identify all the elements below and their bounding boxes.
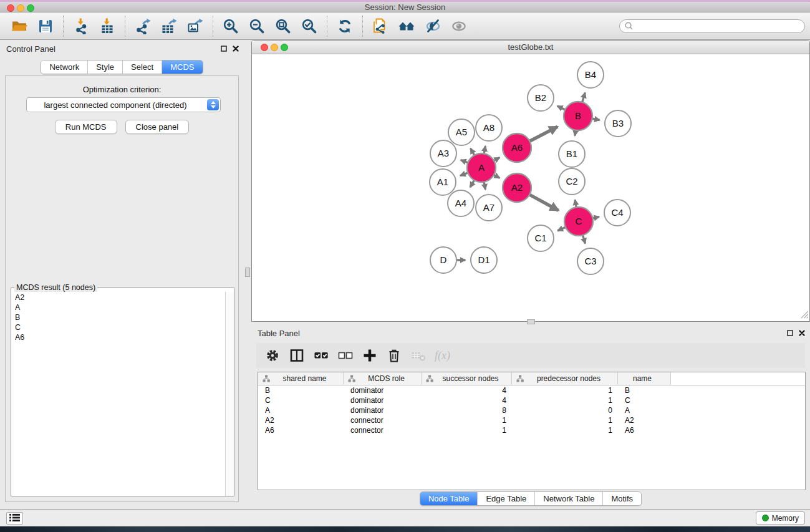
node-A8[interactable]: A8 bbox=[476, 115, 502, 141]
tab-motifs[interactable]: Motifs bbox=[602, 492, 641, 505]
node-A6[interactable]: A6 bbox=[503, 133, 531, 162]
column-header-MCDS-role[interactable]: MCDS role bbox=[344, 372, 422, 385]
cell-predecessor-nodes[interactable]: 1 bbox=[512, 385, 618, 395]
cell-successor-nodes[interactable]: 4 bbox=[422, 385, 512, 395]
node-C1[interactable]: C1 bbox=[528, 225, 554, 251]
cell-predecessor-nodes[interactable]: 1 bbox=[512, 425, 618, 435]
cell-MCDS-role[interactable]: connector bbox=[344, 425, 422, 435]
cell-name[interactable]: A2 bbox=[618, 415, 671, 425]
table-row[interactable]: Bdominator41B bbox=[258, 385, 805, 395]
tab-select[interactable]: Select bbox=[122, 60, 162, 74]
node-B[interactable]: B bbox=[564, 102, 592, 130]
column-header-successor-nodes[interactable]: successor nodes bbox=[422, 372, 512, 385]
import-table-button[interactable] bbox=[94, 14, 120, 38]
mcds-result-item[interactable]: A6 bbox=[15, 332, 234, 342]
search-input[interactable] bbox=[634, 21, 804, 32]
cell-MCDS-role[interactable]: dominator bbox=[344, 395, 422, 405]
network-canvas[interactable]: B4 B2 B B3 A8 A5 A6 A3 B1 A A1 C2 A2 bbox=[252, 54, 809, 321]
table-row[interactable]: A6connector11A6 bbox=[258, 425, 805, 435]
node-C3[interactable]: C3 bbox=[577, 248, 604, 274]
cell-MCDS-role[interactable]: dominator bbox=[344, 405, 422, 415]
add-column-button[interactable] bbox=[357, 344, 382, 367]
tab-mcds[interactable]: MCDS bbox=[162, 60, 202, 74]
table-row[interactable]: A2connector11A2 bbox=[258, 415, 805, 425]
close-panel-button[interactable]: Close panel bbox=[125, 120, 190, 134]
cell-predecessor-nodes[interactable]: 0 bbox=[512, 405, 618, 415]
deselect-all-rows-button[interactable] bbox=[333, 344, 357, 367]
tab-network-table[interactable]: Network Table bbox=[534, 492, 602, 505]
mcds-result-item[interactable]: A2 bbox=[15, 293, 234, 302]
tab-style[interactable]: Style bbox=[87, 60, 122, 74]
run-mcds-button[interactable]: Run MCDS bbox=[55, 120, 117, 134]
cell-shared-name[interactable]: A6 bbox=[258, 425, 344, 435]
export-image-button[interactable] bbox=[182, 14, 208, 38]
node-D[interactable]: D bbox=[430, 247, 456, 273]
cell-name[interactable]: A bbox=[618, 405, 671, 415]
column-header-shared-name[interactable]: shared name bbox=[258, 372, 344, 385]
cell-predecessor-nodes[interactable]: 1 bbox=[512, 415, 618, 425]
import-network-button[interactable] bbox=[68, 14, 94, 38]
delete-column-button[interactable] bbox=[382, 344, 406, 367]
node-A7[interactable]: A7 bbox=[476, 195, 502, 221]
column-header-name[interactable]: name bbox=[618, 372, 671, 385]
mcds-result-scrollbar[interactable] bbox=[225, 292, 234, 496]
cell-name[interactable]: B bbox=[618, 385, 671, 395]
node-B2[interactable]: B2 bbox=[528, 85, 554, 111]
node-A[interactable]: A bbox=[467, 153, 496, 182]
node-D1[interactable]: D1 bbox=[471, 247, 497, 273]
hide-labels-button[interactable] bbox=[420, 14, 446, 38]
optimization-criterion-select[interactable]: largest connected component (directed) bbox=[26, 97, 221, 112]
toggle-columns-button[interactable] bbox=[284, 344, 309, 367]
memory-button[interactable]: Memory bbox=[756, 511, 805, 525]
mcds-result-item[interactable]: C bbox=[15, 322, 234, 332]
node-A3[interactable]: A3 bbox=[430, 140, 456, 167]
float-panel-icon[interactable] bbox=[787, 329, 793, 338]
zoom-selected-button[interactable] bbox=[296, 14, 322, 38]
cell-successor-nodes[interactable]: 8 bbox=[422, 405, 512, 415]
node-A5[interactable]: A5 bbox=[448, 119, 475, 145]
zoom-out-button[interactable] bbox=[244, 14, 270, 38]
cell-shared-name[interactable]: C bbox=[258, 395, 344, 405]
node-A2[interactable]: A2 bbox=[503, 173, 531, 202]
tab-edge-table[interactable]: Edge Table bbox=[477, 492, 534, 505]
cell-predecessor-nodes[interactable]: 1 bbox=[512, 395, 618, 405]
table-row[interactable]: Cdominator41C bbox=[258, 395, 805, 405]
cell-successor-nodes[interactable]: 1 bbox=[422, 425, 512, 435]
column-header-predecessor-nodes[interactable]: predecessor nodes bbox=[512, 372, 618, 385]
show-details-button[interactable] bbox=[446, 14, 472, 38]
refresh-button[interactable] bbox=[332, 14, 358, 38]
tab-network[interactable]: Network bbox=[41, 60, 87, 74]
float-panel-icon[interactable] bbox=[221, 44, 227, 54]
cell-name[interactable]: C bbox=[618, 395, 671, 405]
cell-name[interactable]: A6 bbox=[618, 425, 671, 435]
select-all-rows-button[interactable] bbox=[309, 344, 333, 367]
tab-node-table[interactable]: Node Table bbox=[420, 492, 478, 505]
close-panel-icon[interactable] bbox=[233, 44, 239, 54]
horizontal-splitter-handle[interactable] bbox=[527, 319, 535, 324]
zoom-in-button[interactable] bbox=[218, 14, 244, 38]
node-B1[interactable]: B1 bbox=[559, 141, 585, 167]
mcds-result-item[interactable]: A bbox=[15, 302, 234, 312]
node-A4[interactable]: A4 bbox=[448, 190, 474, 216]
cell-shared-name[interactable]: A2 bbox=[258, 415, 344, 425]
node-B3[interactable]: B3 bbox=[605, 110, 631, 137]
zoom-fit-button[interactable] bbox=[270, 14, 296, 38]
mcds-result-item[interactable]: B bbox=[15, 312, 234, 322]
export-table-button[interactable] bbox=[156, 14, 182, 38]
cell-MCDS-role[interactable]: connector bbox=[344, 415, 422, 425]
cell-shared-name[interactable]: A bbox=[258, 405, 344, 415]
vertical-splitter-handle[interactable] bbox=[245, 268, 250, 277]
node-B4[interactable]: B4 bbox=[577, 62, 604, 88]
search-box[interactable] bbox=[619, 19, 805, 33]
cell-MCDS-role[interactable]: dominator bbox=[344, 385, 422, 395]
resize-grip-icon[interactable] bbox=[801, 311, 809, 321]
home-button[interactable] bbox=[393, 14, 420, 38]
export-network-button[interactable] bbox=[130, 14, 156, 38]
cell-shared-name[interactable]: B bbox=[258, 385, 344, 395]
open-session-button[interactable] bbox=[6, 14, 32, 38]
table-settings-button[interactable] bbox=[260, 344, 284, 367]
node-A1[interactable]: A1 bbox=[430, 169, 456, 195]
cell-successor-nodes[interactable]: 1 bbox=[422, 415, 512, 425]
document-network-button[interactable] bbox=[367, 14, 393, 38]
cell-successor-nodes[interactable]: 4 bbox=[422, 395, 512, 405]
